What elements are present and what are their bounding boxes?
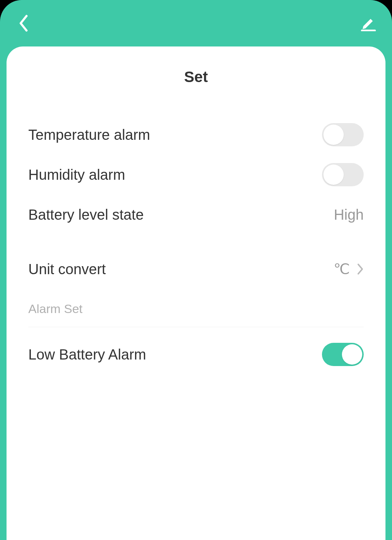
low-battery-alarm-label: Low Battery Alarm xyxy=(28,346,146,363)
unit-convert-value: ℃ xyxy=(334,261,350,277)
edit-icon xyxy=(360,15,376,31)
settings-card: Set Temperature alarm Humidity alarm Bat… xyxy=(7,46,385,540)
temperature-alarm-row: Temperature alarm xyxy=(28,115,364,155)
temperature-alarm-label: Temperature alarm xyxy=(28,127,150,143)
battery-level-value: High xyxy=(334,207,364,223)
battery-level-label: Battery level state xyxy=(28,207,144,223)
toggle-knob xyxy=(323,165,344,185)
unit-convert-value-group: ℃ xyxy=(334,261,364,277)
temperature-alarm-toggle[interactable] xyxy=(322,123,364,146)
header xyxy=(0,0,392,46)
humidity-alarm-row: Humidity alarm xyxy=(28,155,364,195)
low-battery-alarm-row: Low Battery Alarm xyxy=(28,334,364,374)
unit-convert-row[interactable]: Unit convert ℃ xyxy=(28,249,364,289)
toggle-knob xyxy=(342,344,362,365)
chevron-left-icon xyxy=(19,15,29,32)
back-button[interactable] xyxy=(15,14,33,32)
toggle-knob xyxy=(323,125,344,145)
low-battery-alarm-toggle[interactable] xyxy=(322,343,364,366)
spacer xyxy=(28,235,364,249)
battery-level-row: Battery level state High xyxy=(28,195,364,235)
page-title: Set xyxy=(28,68,364,86)
app-container: Set Temperature alarm Humidity alarm Bat… xyxy=(0,0,392,540)
alarm-set-section-header: Alarm Set xyxy=(28,289,364,327)
chevron-right-icon xyxy=(357,263,364,275)
unit-convert-label: Unit convert xyxy=(28,261,106,277)
humidity-alarm-toggle[interactable] xyxy=(322,163,364,186)
edit-button[interactable] xyxy=(359,14,377,32)
humidity-alarm-label: Humidity alarm xyxy=(28,167,125,183)
